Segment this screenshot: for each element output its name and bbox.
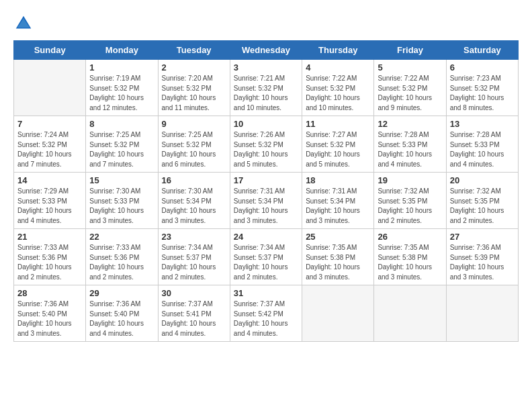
day-info: Sunrise: 7:34 AM Sunset: 5:37 PM Dayligh… xyxy=(234,243,298,282)
day-of-week-header: Wednesday xyxy=(230,41,302,60)
day-number: 30 xyxy=(162,288,226,298)
day-info: Sunrise: 7:33 AM Sunset: 5:36 PM Dayligh… xyxy=(89,243,154,282)
calendar-day-cell: 28Sunrise: 7:36 AM Sunset: 5:40 PM Dayli… xyxy=(14,285,86,342)
day-number: 31 xyxy=(234,288,298,298)
day-number: 10 xyxy=(234,119,298,129)
day-info: Sunrise: 7:36 AM Sunset: 5:40 PM Dayligh… xyxy=(17,300,82,338)
day-info: Sunrise: 7:22 AM Sunset: 5:32 PM Dayligh… xyxy=(378,74,442,113)
logo-icon xyxy=(13,13,34,34)
day-info: Sunrise: 7:24 AM Sunset: 5:32 PM Dayligh… xyxy=(17,130,82,169)
calendar-day-cell: 17Sunrise: 7:31 AM Sunset: 5:34 PM Dayli… xyxy=(230,173,302,229)
calendar-week-row: 28Sunrise: 7:36 AM Sunset: 5:40 PM Dayli… xyxy=(14,285,519,342)
day-number: 23 xyxy=(162,232,226,242)
calendar-day-cell: 3Sunrise: 7:21 AM Sunset: 5:32 PM Daylig… xyxy=(230,60,302,116)
day-info: Sunrise: 7:29 AM Sunset: 5:33 PM Dayligh… xyxy=(17,187,82,226)
calendar-day-cell: 10Sunrise: 7:26 AM Sunset: 5:32 PM Dayli… xyxy=(230,116,302,173)
day-info: Sunrise: 7:26 AM Sunset: 5:32 PM Dayligh… xyxy=(234,130,298,169)
day-info: Sunrise: 7:28 AM Sunset: 5:33 PM Dayligh… xyxy=(450,130,515,169)
day-info: Sunrise: 7:32 AM Sunset: 5:35 PM Dayligh… xyxy=(378,187,442,226)
calendar-day-cell: 13Sunrise: 7:28 AM Sunset: 5:33 PM Dayli… xyxy=(446,116,518,173)
calendar-day-cell: 16Sunrise: 7:30 AM Sunset: 5:34 PM Dayli… xyxy=(158,173,230,229)
day-info: Sunrise: 7:31 AM Sunset: 5:34 PM Dayligh… xyxy=(234,187,298,226)
calendar-day-cell xyxy=(446,285,518,342)
day-number: 7 xyxy=(17,119,82,129)
day-info: Sunrise: 7:28 AM Sunset: 5:33 PM Dayligh… xyxy=(378,130,442,169)
day-of-week-header: Tuesday xyxy=(158,41,230,60)
day-number: 14 xyxy=(17,175,82,185)
day-info: Sunrise: 7:31 AM Sunset: 5:34 PM Dayligh… xyxy=(306,187,370,226)
calendar-day-cell: 18Sunrise: 7:31 AM Sunset: 5:34 PM Dayli… xyxy=(302,173,374,229)
day-number: 4 xyxy=(306,62,370,73)
day-number: 24 xyxy=(234,232,298,242)
day-number: 1 xyxy=(89,62,154,73)
calendar-day-cell: 2Sunrise: 7:20 AM Sunset: 5:32 PM Daylig… xyxy=(158,60,230,116)
day-number: 2 xyxy=(162,62,226,73)
calendar-day-cell: 24Sunrise: 7:34 AM Sunset: 5:37 PM Dayli… xyxy=(230,229,302,285)
day-number: 6 xyxy=(450,62,515,73)
calendar-day-cell: 4Sunrise: 7:22 AM Sunset: 5:32 PM Daylig… xyxy=(302,60,374,116)
calendar-day-cell: 14Sunrise: 7:29 AM Sunset: 5:33 PM Dayli… xyxy=(14,173,86,229)
calendar-week-row: 21Sunrise: 7:33 AM Sunset: 5:36 PM Dayli… xyxy=(14,229,519,285)
day-number: 16 xyxy=(162,175,226,185)
day-number: 25 xyxy=(306,232,370,242)
day-number: 26 xyxy=(378,232,442,242)
day-number: 21 xyxy=(17,232,82,242)
calendar-table: SundayMondayTuesdayWednesdayThursdayFrid… xyxy=(13,40,519,342)
day-info: Sunrise: 7:30 AM Sunset: 5:33 PM Dayligh… xyxy=(89,187,154,226)
day-info: Sunrise: 7:25 AM Sunset: 5:32 PM Dayligh… xyxy=(89,130,154,169)
day-info: Sunrise: 7:19 AM Sunset: 5:32 PM Dayligh… xyxy=(89,74,154,113)
day-of-week-header: Monday xyxy=(86,41,158,60)
day-info: Sunrise: 7:35 AM Sunset: 5:38 PM Dayligh… xyxy=(306,243,370,282)
day-info: Sunrise: 7:23 AM Sunset: 5:32 PM Dayligh… xyxy=(450,74,515,113)
day-number: 17 xyxy=(234,175,298,185)
day-number: 29 xyxy=(89,288,154,298)
day-number: 9 xyxy=(162,119,226,129)
day-number: 20 xyxy=(450,175,515,185)
day-number: 3 xyxy=(234,62,298,73)
calendar-day-cell: 30Sunrise: 7:37 AM Sunset: 5:41 PM Dayli… xyxy=(158,285,230,342)
calendar-day-cell: 23Sunrise: 7:34 AM Sunset: 5:37 PM Dayli… xyxy=(158,229,230,285)
calendar-day-cell xyxy=(14,60,86,116)
day-number: 28 xyxy=(17,288,82,298)
day-number: 19 xyxy=(378,175,442,185)
day-info: Sunrise: 7:21 AM Sunset: 5:32 PM Dayligh… xyxy=(234,74,298,113)
calendar-week-row: 7Sunrise: 7:24 AM Sunset: 5:32 PM Daylig… xyxy=(14,116,519,173)
day-info: Sunrise: 7:32 AM Sunset: 5:35 PM Dayligh… xyxy=(450,187,515,226)
day-info: Sunrise: 7:35 AM Sunset: 5:38 PM Dayligh… xyxy=(378,243,442,282)
day-info: Sunrise: 7:37 AM Sunset: 5:41 PM Dayligh… xyxy=(162,300,226,338)
day-info: Sunrise: 7:25 AM Sunset: 5:32 PM Dayligh… xyxy=(162,130,226,169)
calendar-day-cell: 5Sunrise: 7:22 AM Sunset: 5:32 PM Daylig… xyxy=(374,60,446,116)
day-info: Sunrise: 7:36 AM Sunset: 5:40 PM Dayligh… xyxy=(89,300,154,338)
day-of-week-header: Saturday xyxy=(446,41,518,60)
calendar-week-row: 14Sunrise: 7:29 AM Sunset: 5:33 PM Dayli… xyxy=(14,173,519,229)
calendar-day-cell xyxy=(302,285,374,342)
calendar-day-cell: 21Sunrise: 7:33 AM Sunset: 5:36 PM Dayli… xyxy=(14,229,86,285)
calendar-day-cell: 9Sunrise: 7:25 AM Sunset: 5:32 PM Daylig… xyxy=(158,116,230,173)
day-number: 8 xyxy=(89,119,154,129)
calendar-day-cell: 11Sunrise: 7:27 AM Sunset: 5:32 PM Dayli… xyxy=(302,116,374,173)
calendar-week-row: 1Sunrise: 7:19 AM Sunset: 5:32 PM Daylig… xyxy=(14,60,519,116)
logo xyxy=(13,13,36,34)
calendar-day-cell: 27Sunrise: 7:36 AM Sunset: 5:39 PM Dayli… xyxy=(446,229,518,285)
calendar-day-cell: 1Sunrise: 7:19 AM Sunset: 5:32 PM Daylig… xyxy=(86,60,158,116)
day-number: 27 xyxy=(450,232,515,242)
day-info: Sunrise: 7:20 AM Sunset: 5:32 PM Dayligh… xyxy=(162,74,226,113)
calendar-day-cell: 15Sunrise: 7:30 AM Sunset: 5:33 PM Dayli… xyxy=(86,173,158,229)
day-info: Sunrise: 7:27 AM Sunset: 5:32 PM Dayligh… xyxy=(306,130,370,169)
day-number: 5 xyxy=(378,62,442,73)
day-number: 13 xyxy=(450,119,515,129)
day-info: Sunrise: 7:33 AM Sunset: 5:36 PM Dayligh… xyxy=(17,243,82,282)
day-info: Sunrise: 7:37 AM Sunset: 5:42 PM Dayligh… xyxy=(234,300,298,338)
day-of-week-header: Friday xyxy=(374,41,446,60)
day-info: Sunrise: 7:36 AM Sunset: 5:39 PM Dayligh… xyxy=(450,243,515,282)
day-number: 11 xyxy=(306,119,370,129)
calendar-day-cell: 7Sunrise: 7:24 AM Sunset: 5:32 PM Daylig… xyxy=(14,116,86,173)
day-number: 18 xyxy=(306,175,370,185)
day-of-week-header: Thursday xyxy=(302,41,374,60)
calendar-day-cell: 20Sunrise: 7:32 AM Sunset: 5:35 PM Dayli… xyxy=(446,173,518,229)
day-number: 12 xyxy=(378,119,442,129)
day-info: Sunrise: 7:30 AM Sunset: 5:34 PM Dayligh… xyxy=(162,187,226,226)
day-info: Sunrise: 7:34 AM Sunset: 5:37 PM Dayligh… xyxy=(162,243,226,282)
day-info: Sunrise: 7:22 AM Sunset: 5:32 PM Dayligh… xyxy=(306,74,370,113)
calendar-day-cell: 19Sunrise: 7:32 AM Sunset: 5:35 PM Dayli… xyxy=(374,173,446,229)
